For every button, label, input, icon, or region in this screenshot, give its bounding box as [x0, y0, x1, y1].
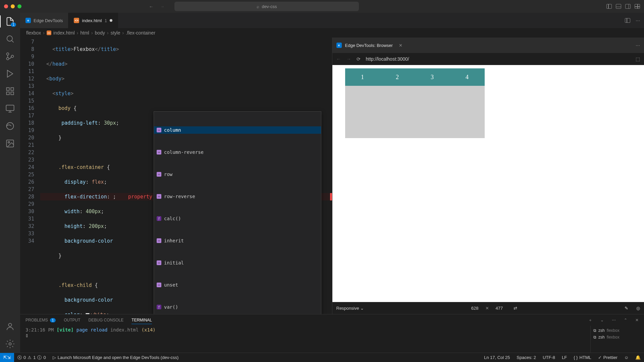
terminal-instance[interactable]: ⧉ zsh flexbox	[593, 334, 641, 341]
tab-debug-console[interactable]: DEBUG CONSOLE	[89, 318, 124, 322]
svg-point-9	[7, 123, 14, 130]
status-prettier[interactable]: ✓ Prettier	[595, 355, 621, 360]
maximize-window[interactable]	[17, 4, 21, 8]
settings-icon[interactable]	[5, 339, 15, 349]
browser-reload-icon[interactable]: ⟳	[357, 56, 361, 62]
editor-tabs: e Edge DevTools <> index.html 1 ⋯	[20, 13, 644, 28]
image-icon[interactable]	[5, 139, 15, 148]
account-icon[interactable]	[5, 322, 15, 331]
terminal-instance[interactable]: ⧉ zsh flexbox	[593, 327, 641, 334]
status-errors[interactable]: ⓧ0 ⚠1 ⓘ0	[14, 355, 49, 361]
status-cursor[interactable]: Ln 17, Col 25	[481, 355, 513, 360]
value-icon: ▭	[157, 172, 161, 177]
status-launch[interactable]: ▷ Launch Microsoft Edge and open the Edg…	[49, 355, 182, 360]
search-activity-icon[interactable]	[5, 34, 15, 44]
browser-forward-icon[interactable]: →	[346, 56, 351, 62]
browser-url[interactable]: http://localhost:3000/	[366, 56, 409, 62]
code-content[interactable]: <title>Flexbox</title> </head> <body> <s…	[40, 38, 332, 314]
breadcrumb[interactable]: flexbox› <> index.html› html› body› styl…	[20, 28, 644, 38]
command-center-text: dev-css	[262, 4, 277, 9]
status-bell-icon[interactable]: 🔔	[632, 355, 644, 360]
crumb[interactable]: body	[95, 30, 105, 36]
status-eol[interactable]: LF	[558, 355, 570, 360]
crumb[interactable]: .flex-container	[126, 30, 155, 36]
function-icon: ƒ	[157, 305, 161, 309]
tab-output[interactable]: OUTPUT	[64, 318, 80, 322]
tab-label: Edge DevTools	[34, 18, 63, 23]
tab-problems[interactable]: PROBLEMS 1	[25, 318, 56, 322]
remote-button[interactable]: ⇱⇲	[0, 353, 14, 362]
browser-tab-label: Edge DevTools: Browser	[345, 43, 393, 48]
autocomplete-item[interactable]: ▭column-reverse	[154, 148, 321, 156]
autocomplete-item[interactable]: ▭initial	[154, 259, 321, 266]
browser-tab[interactable]: e Edge DevTools: Browser ✕ ⋯	[332, 38, 644, 53]
close-tab-icon[interactable]: ✕	[399, 43, 402, 48]
code-editor[interactable]: 7891011121314151617181920212223242526272…	[20, 38, 332, 314]
viewport-width[interactable]: 628	[471, 306, 479, 311]
terminal-dropdown-icon[interactable]: ⌄	[600, 318, 604, 322]
browser-back-icon[interactable]: ←	[336, 56, 341, 62]
autocomplete-item[interactable]: ▭row	[154, 171, 321, 178]
more-icon[interactable]: ⋯	[612, 318, 616, 322]
edge-icon[interactable]	[5, 121, 15, 131]
terminal-output[interactable]: 3:21:16 PM [vite] page reload index.html…	[20, 326, 590, 353]
tab-terminal[interactable]: TERMINAL	[131, 318, 152, 324]
customize-layout-icon[interactable]	[635, 4, 640, 9]
status-indent[interactable]: Spaces: 2	[513, 355, 539, 360]
viewport-height[interactable]: 477	[496, 306, 503, 311]
crumb[interactable]: html	[80, 30, 89, 36]
source-control-icon[interactable]	[5, 52, 15, 61]
autocomplete-item[interactable]: ▭row-reverse	[154, 193, 321, 200]
status-encoding[interactable]: UTF-8	[539, 355, 558, 360]
tab-index-html[interactable]: <> index.html 1	[68, 13, 118, 28]
edit-icon[interactable]: ✎	[625, 306, 628, 311]
toggle-sidebar-icon[interactable]	[606, 4, 612, 9]
rotate-icon[interactable]: ⇄	[514, 306, 517, 311]
crumb[interactable]: style	[111, 30, 120, 36]
tab-label: index.html	[82, 18, 102, 23]
command-center[interactable]: ⌕ dev-css	[174, 2, 359, 11]
browser-viewport[interactable]: 1 2 3 4	[332, 65, 644, 302]
close-window[interactable]	[4, 4, 8, 8]
explorer-icon[interactable]: 1	[5, 17, 15, 26]
nav-back-icon[interactable]: ←	[149, 4, 153, 9]
flex-child: 3	[415, 68, 450, 86]
play-icon: ▷	[53, 355, 56, 360]
nav-forward-icon[interactable]: →	[160, 4, 164, 9]
autocomplete-item[interactable]: ▭unset	[154, 281, 321, 289]
autocomplete-item[interactable]: ƒvar()	[154, 303, 321, 311]
toggle-secondary-icon[interactable]	[625, 4, 631, 9]
chevron-down-icon: ⌄	[360, 306, 364, 311]
autocomplete-item[interactable]: ▭column	[154, 126, 321, 134]
new-terminal-icon[interactable]: ＋	[588, 317, 592, 323]
close-panel-icon[interactable]: ✕	[635, 318, 639, 322]
remote-icon[interactable]	[5, 104, 15, 113]
problems-count: 1	[50, 318, 56, 322]
html-file-icon: <>	[74, 18, 79, 23]
minimize-window[interactable]	[11, 4, 15, 8]
svg-rect-8	[6, 105, 14, 111]
split-editor-icon[interactable]	[625, 18, 630, 23]
extensions-icon[interactable]	[5, 86, 15, 96]
crumb[interactable]: index.html	[53, 30, 75, 36]
status-feedback-icon[interactable]: ☺	[621, 355, 632, 360]
svg-point-2	[7, 58, 9, 60]
toggle-panel-icon[interactable]	[616, 4, 621, 9]
more-actions-icon[interactable]: ⋯	[636, 43, 640, 48]
autocomplete-item[interactable]: ƒcalc()	[154, 215, 321, 222]
status-language[interactable]: { } HTML	[570, 355, 595, 360]
svg-rect-4	[7, 88, 9, 90]
tab-devtools[interactable]: e Edge DevTools	[20, 13, 68, 28]
more-actions-icon[interactable]: ⋯	[636, 18, 640, 23]
info-icon: ⓘ	[37, 355, 42, 361]
search-icon: ⌕	[257, 4, 259, 9]
target-icon[interactable]: ◎	[636, 306, 640, 311]
crumb[interactable]: flexbox	[26, 30, 41, 36]
autocomplete-item[interactable]: ▭inherit	[154, 237, 321, 244]
flex-child: 4	[450, 68, 485, 86]
maximize-panel-icon[interactable]: ⌃	[624, 318, 627, 322]
run-debug-icon[interactable]	[5, 69, 15, 78]
device-mode[interactable]: Responsive ⌄	[336, 306, 364, 311]
svg-rect-7	[11, 92, 13, 95]
inspect-icon[interactable]: ⬚	[636, 56, 640, 62]
